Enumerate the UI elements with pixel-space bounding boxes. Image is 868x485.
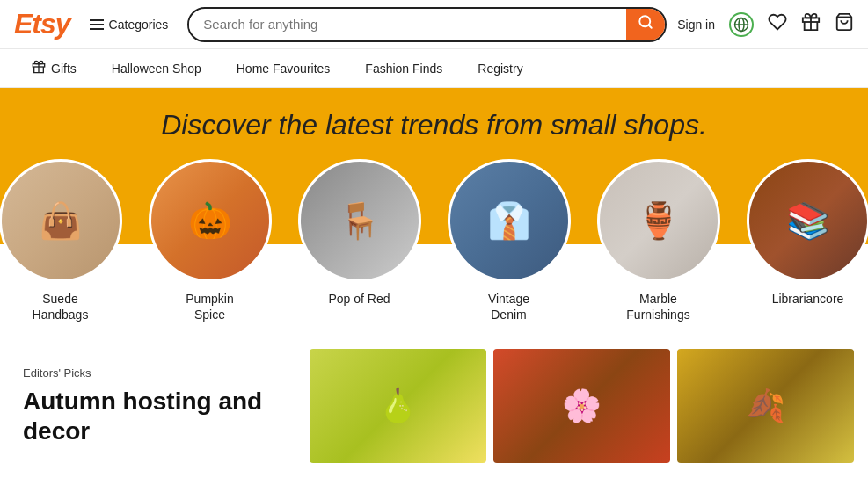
pear-image: 🍐 [310, 349, 486, 463]
trend-image-denim: 👔 [450, 162, 568, 279]
etsy-logo[interactable]: Etsy [14, 8, 70, 40]
trend-label-suede: SuedeHandbags [33, 291, 89, 322]
trend-suede-handbags[interactable]: 👜 SuedeHandbags [0, 159, 122, 322]
nav-home-label: Home Favourites [237, 62, 331, 76]
trend-image-marble: 🏺 [600, 162, 718, 279]
nav-item-gifts[interactable]: Gifts [18, 53, 91, 83]
trend-circle-pumpkin: 🎃 [149, 159, 272, 282]
nav-halloween-label: Halloween Shop [112, 62, 201, 76]
nav-bar: Gifts Halloween Shop Home Favourites Fas… [0, 49, 868, 88]
header-right: Sign in [677, 12, 854, 37]
sign-in-button[interactable]: Sign in [677, 18, 715, 32]
categories-button[interactable]: Categories [81, 12, 178, 37]
trend-label-denim: VintageDenim [488, 291, 529, 322]
trend-image-suede: 👜 [2, 162, 120, 279]
search-icon [638, 14, 653, 34]
trend-circle-red: 🪑 [298, 159, 421, 282]
nav-item-halloween[interactable]: Halloween Shop [98, 54, 215, 83]
hamburger-icon [90, 19, 104, 30]
cart-icon[interactable] [835, 12, 854, 37]
leaf-image: 🍂 [677, 349, 854, 463]
trend-pumpkin-spice[interactable]: 🎃 PumpkinSpice [149, 159, 272, 322]
gift-icon[interactable] [801, 12, 821, 37]
banner: Discover the latest trends from small sh… [0, 88, 868, 141]
nav-item-home[interactable]: Home Favourites [222, 54, 345, 83]
trend-image-pumpkin: 🎃 [151, 162, 269, 279]
search-input[interactable] [189, 17, 626, 32]
editors-image-pear[interactable]: 🍐 [310, 349, 486, 463]
trend-label-marble: MarbleFurnishings [626, 291, 689, 322]
header: Etsy Categories Sign in [0, 0, 868, 49]
trend-circle-suede: 👜 [0, 159, 122, 282]
trend-image-red: 🪑 [301, 162, 419, 279]
globe-icon[interactable] [729, 12, 754, 37]
banner-section: Discover the latest trends from small sh… [0, 88, 868, 349]
nav-gifts-label: Gifts [51, 62, 77, 76]
editors-picks-section: Editors' Picks Autumn hosting and decor … [0, 349, 868, 463]
search-button[interactable] [626, 7, 665, 42]
editors-label: Editors' Picks [23, 366, 287, 380]
gift-nav-icon [32, 60, 46, 76]
editors-title: Autumn hosting and decor [23, 387, 287, 445]
editors-image-leaf[interactable]: 🍂 [677, 349, 854, 463]
trend-circle-library: 📚 [747, 159, 869, 282]
trend-pop-of-red[interactable]: 🪑 Pop of Red [298, 159, 421, 322]
trend-librariancore[interactable]: 📚 Librariancore [747, 159, 869, 322]
nav-registry-label: Registry [478, 62, 522, 76]
trend-circle-marble: 🏺 [597, 159, 720, 282]
trend-marble-furnishings[interactable]: 🏺 MarbleFurnishings [597, 159, 720, 322]
editors-image-wreath[interactable]: 🌸 [493, 349, 670, 463]
favorites-icon[interactable] [768, 12, 787, 37]
trend-label-library: Librariancore [772, 291, 844, 307]
nav-item-registry[interactable]: Registry [463, 54, 536, 83]
trend-label-red: Pop of Red [328, 291, 390, 307]
categories-label: Categories [109, 18, 169, 32]
banner-heading: Discover the latest trends from small sh… [0, 109, 868, 141]
svg-line-1 [649, 25, 652, 27]
trend-image-library: 📚 [749, 162, 867, 279]
trend-label-pumpkin: PumpkinSpice [186, 291, 233, 322]
trends-grid: 👜 SuedeHandbags 🎃 PumpkinSpice 🪑 Pop of … [0, 159, 868, 322]
search-bar [187, 7, 667, 42]
wreath-image: 🌸 [493, 349, 670, 463]
editors-images: 🍐 🌸 🍂 [310, 349, 854, 463]
trend-vintage-denim[interactable]: 👔 VintageDenim [448, 159, 571, 322]
nav-item-fashion[interactable]: Fashion Finds [351, 54, 456, 83]
nav-fashion-label: Fashion Finds [365, 62, 442, 76]
editors-text: Editors' Picks Autumn hosting and decor [14, 349, 295, 463]
trend-circle-denim: 👔 [448, 159, 571, 282]
